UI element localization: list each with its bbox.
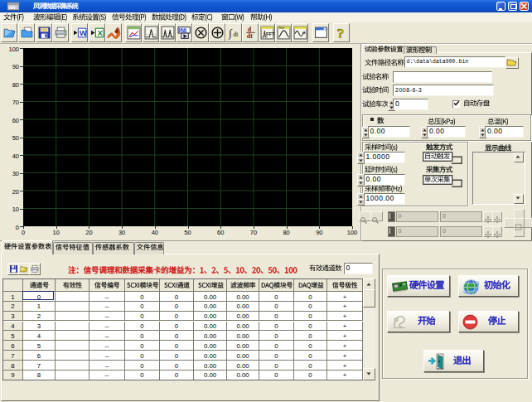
svg-text:X: X: [97, 28, 103, 37]
svg-text:dt: dt: [246, 32, 252, 40]
svg-text:∫: ∫: [228, 27, 233, 40]
svg-text:?: ?: [336, 26, 344, 40]
svg-text:FFT: FFT: [265, 31, 273, 36]
svg-text:dt: dt: [233, 31, 239, 38]
svg-text:Filter: Filter: [278, 27, 284, 30]
svg-text:W: W: [79, 28, 86, 37]
